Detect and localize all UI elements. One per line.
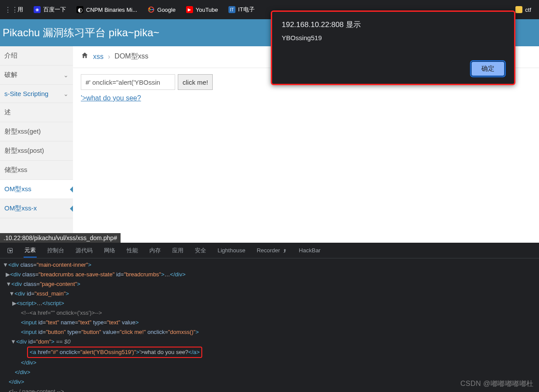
sidebar-item-reflected-get[interactable]: 射型xss(get) [0, 122, 73, 141]
bookmark-label: YouTube [196, 7, 218, 13]
bookmark-label: CNPM Binaries Mi... [86, 7, 137, 13]
devtools-tab-lighthouse[interactable]: Lighthouse [217, 244, 246, 256]
bookmark-label: 百度一下 [43, 6, 66, 14]
breadcrumb-root[interactable]: xss [93, 53, 104, 61]
alert-ok-button[interactable]: 确定 [471, 62, 504, 76]
devtools: 元素 控制台 源代码 网络 性能 内存 应用 安全 Lighthouse Rec… [0, 243, 539, 392]
it-icon: IT [228, 6, 235, 13]
devtools-tab-sources[interactable]: 源代码 [75, 244, 93, 257]
bookmark-cnpm[interactable]: ◐ CNPM Binaries Mi... [72, 4, 142, 15]
apps-icon: ⋮⋮ [8, 6, 15, 13]
sidebar: 介绍 破解⌄ s-Site Scripting⌄ 述 射型xss(get) 射型… [0, 46, 73, 242]
apps-label: 用 [17, 6, 23, 14]
devtools-tab-console[interactable]: 控制台 [46, 244, 65, 257]
sidebar-item-intro[interactable]: 介绍 [0, 46, 73, 65]
breadcrumb-current: DOM型xss [114, 52, 148, 61]
sidebar-item-dom-xss-x[interactable]: OM型xss-x [0, 199, 73, 218]
folder-icon [515, 6, 522, 13]
alert-title: 192.168.10.22:808 显示 [282, 20, 504, 30]
sidebar-item-dom-xss[interactable]: OM型xss [0, 180, 73, 199]
home-icon[interactable] [81, 52, 89, 62]
devtools-tab-network[interactable]: 网络 [103, 244, 116, 257]
apps-menu[interactable]: ⋮⋮ 用 [3, 4, 28, 15]
highlighted-node[interactable]: <a href="#" onclick="alert('YBOssing519'… [27, 347, 202, 358]
bookmark-google[interactable]: Google [143, 4, 180, 15]
alert-message: YBOssing519 [282, 34, 504, 41]
devtools-tab-security[interactable]: 安全 [194, 244, 207, 257]
breadcrumb-sep: › [108, 53, 110, 61]
js-alert-dialog: 192.168.10.22:808 显示 YBOssing519 确定 [271, 10, 515, 85]
sidebar-item-stored[interactable]: 储型xss [0, 161, 73, 180]
bookmark-label: Google [157, 7, 176, 13]
result-link[interactable]: '>what do you see? [81, 94, 141, 102]
sidebar-item-crack[interactable]: 破解⌄ [0, 65, 73, 85]
devtools-tab-application[interactable]: 应用 [171, 244, 184, 257]
devtools-tab-elements[interactable]: 元素 [24, 244, 37, 258]
youtube-icon: ▶ [186, 6, 193, 13]
chevron-down-icon: ⌄ [63, 72, 69, 79]
baidu-icon: ❀ [34, 6, 41, 13]
devtools-elements-panel[interactable]: ▼<div class="main-content-inner"> ▶<div … [0, 258, 539, 392]
sidebar-item-overview[interactable]: 述 [0, 103, 73, 122]
google-icon [148, 6, 155, 13]
chevron-down-icon: ⌄ [63, 90, 69, 97]
cnpm-icon: ◐ [76, 6, 83, 13]
devtools-inspect-icon[interactable] [6, 245, 14, 256]
devtools-tab-memory[interactable]: 内存 [149, 244, 162, 257]
app-title: Pikachu 漏洞练习平台 pika~pika~ [3, 26, 159, 40]
payload-input[interactable] [81, 74, 175, 90]
sidebar-item-reflected-post[interactable]: 射型xss(post) [0, 141, 73, 161]
bookmark-it[interactable]: IT IT电子 [224, 4, 259, 15]
devtools-tab-hackbar[interactable]: HackBar [298, 244, 321, 256]
bookmark-label: IT电子 [238, 6, 255, 14]
bookmark-youtube[interactable]: ▶ YouTube [182, 4, 222, 15]
bookmark-label: ctf [525, 7, 531, 13]
devtools-tab-recorder[interactable]: Recorder ⮭ [256, 244, 288, 256]
submit-button[interactable]: click me! [178, 74, 213, 90]
bookmark-baidu[interactable]: ❀ 百度一下 [29, 4, 70, 15]
beta-icon: ⮭ [283, 248, 287, 253]
devtools-tab-performance[interactable]: 性能 [126, 244, 139, 257]
devtools-tabs: 元素 控制台 源代码 网络 性能 内存 应用 安全 Lighthouse Rec… [0, 243, 539, 258]
sidebar-item-xss[interactable]: s-Site Scripting⌄ [0, 85, 73, 103]
status-url: .10.22:808/pikachu/vul/xss/xss_dom.php# [0, 233, 121, 243]
